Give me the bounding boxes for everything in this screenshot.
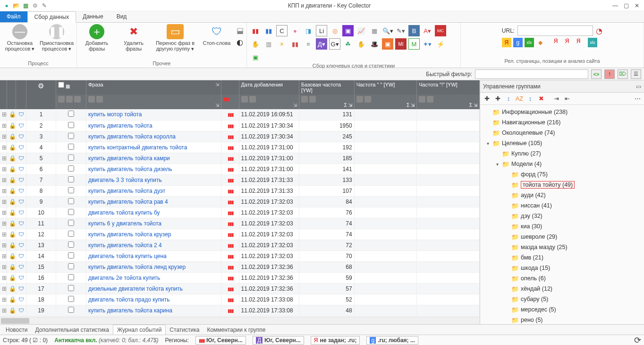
stripes-icon[interactable]: ≡ bbox=[303, 38, 314, 50]
cards-icon[interactable]: ▮▮ bbox=[289, 38, 301, 50]
tree-twisty-icon[interactable]: ▾ bbox=[494, 162, 500, 167]
expand-icon[interactable]: ⊞ bbox=[0, 153, 7, 164]
misc-icon[interactable]: ▥ bbox=[263, 38, 274, 50]
row-checkbox-cell[interactable] bbox=[56, 185, 86, 196]
vk-icon[interactable]: В bbox=[408, 25, 420, 36]
tab-file[interactable]: Файл bbox=[0, 11, 27, 22]
purple-box-icon[interactable]: ▣ bbox=[342, 25, 354, 36]
tab-collect[interactable]: Сбор данных bbox=[27, 11, 76, 23]
wand-icon[interactable]: ✎ bbox=[41, 2, 48, 9]
bars-cell[interactable] bbox=[221, 240, 239, 250]
row-checkbox-cell[interactable] bbox=[56, 109, 86, 120]
expand-icon[interactable]: ⊞ bbox=[0, 240, 7, 250]
tree-twisty-icon[interactable]: ▾ bbox=[485, 141, 491, 146]
table-row[interactable]: ⊞🔒🛡8купить двигатель тойота дуэт11.02.20… bbox=[0, 185, 480, 196]
tree-node[interactable]: 📁форд (75) bbox=[482, 169, 642, 180]
col-freqexcl-header[interactable]: Частота "!" [YW] bbox=[417, 80, 480, 95]
row-checkbox[interactable] bbox=[68, 111, 74, 117]
table-row[interactable]: ⊞🔒🛡17дизельные двигатели тойота купить11… bbox=[0, 283, 480, 294]
phrase-cell[interactable]: купить двигатель тойота дуэт bbox=[86, 185, 221, 196]
search-icon[interactable]: 🔍▾ bbox=[382, 25, 393, 36]
bars-cell[interactable] bbox=[221, 283, 239, 294]
add-phrases-button[interactable]: ＋Добавить фразы bbox=[80, 24, 114, 52]
maximize-button[interactable]: ▢ bbox=[624, 2, 629, 9]
table-row[interactable]: ⊞🔒🛡1купить мотор тойота11.02.2019 16:09:… bbox=[0, 109, 480, 120]
table-row[interactable]: ⊞🔒🛡15купить двигатель тойота ленд крузер… bbox=[0, 261, 480, 272]
phrase-cell[interactable]: купить 6 у двигатель тойота bbox=[86, 218, 221, 229]
phrase-cell[interactable]: двигатель тойота купить цена bbox=[86, 250, 221, 261]
phrase-cell[interactable]: двигатель тойота купить бу bbox=[86, 207, 221, 218]
bolt-icon[interactable]: ⚡ bbox=[435, 38, 446, 50]
filter-toggle-icon[interactable]: ⬓ bbox=[237, 26, 244, 35]
yandex-icon[interactable]: Я bbox=[502, 38, 511, 47]
table-row[interactable]: ⊞🔒🛡13купить двигатель тойота 2 411.02.20… bbox=[0, 240, 480, 250]
grid-body[interactable]: ⊞🔒🛡1купить мотор тойота11.02.2019 16:09:… bbox=[0, 109, 480, 317]
delete-phrases-button[interactable]: ✖Удалить фразы bbox=[117, 24, 151, 52]
col-phrase-header[interactable]: Фраза⇲ bbox=[86, 80, 221, 95]
table-row[interactable]: ⊞🔒🛡3купить двигатель тойота королла11.02… bbox=[0, 131, 480, 142]
row-checkbox-cell[interactable] bbox=[56, 174, 86, 185]
palette-icon[interactable]: ● bbox=[289, 25, 301, 36]
col-freqquote-header[interactable]: Частота " " [YW] bbox=[354, 80, 417, 95]
table-row[interactable]: ⊞🔒🛡4купить контрактный двигатель тойота1… bbox=[0, 142, 480, 153]
leaf-icon[interactable]: ☘ bbox=[342, 38, 354, 50]
diamond-icon[interactable]: ◆ bbox=[536, 38, 545, 47]
phrase-cell[interactable]: двигатель 3 3 тойота купить bbox=[86, 174, 221, 185]
region-chip-1[interactable]: Юг, Северн... bbox=[195, 336, 246, 345]
bars-red-icon[interactable]: ▮▮ bbox=[250, 25, 261, 36]
table-row[interactable]: ⊞🔒🛡14двигатель тойота купить цена11.02.2… bbox=[0, 250, 480, 261]
bottom-tab-comments[interactable]: Комментарии к группе bbox=[203, 325, 269, 335]
move-in-icon[interactable]: ⇥ bbox=[551, 94, 561, 104]
bottom-tab-stat[interactable]: Статистика bbox=[166, 325, 203, 335]
bars-cell[interactable] bbox=[221, 250, 239, 261]
expand-icon[interactable]: ⊞ bbox=[0, 261, 7, 272]
xls1-icon[interactable]: xls bbox=[525, 38, 534, 47]
phrase-cell[interactable]: купить двигатель тойота 2 4 bbox=[86, 240, 221, 250]
tree-node[interactable]: 📁шевроле (29) bbox=[482, 232, 642, 242]
expand-icon[interactable]: ⊞ bbox=[0, 229, 7, 240]
filter-clear-button[interactable]: ⌦ bbox=[618, 69, 628, 79]
phrase-cell[interactable]: купить двигатель тойота королла bbox=[86, 131, 221, 142]
filter-apply-button[interactable]: <> bbox=[591, 69, 602, 79]
row-checkbox-cell[interactable] bbox=[56, 218, 86, 229]
bars-cell[interactable] bbox=[221, 174, 239, 185]
row-checkbox-cell[interactable] bbox=[56, 153, 86, 164]
expand-icon[interactable]: ⊞ bbox=[0, 120, 7, 131]
region-chip-3[interactable]: Яне задан; .ru; bbox=[311, 336, 360, 345]
tree-node[interactable]: 📁Информационные (238) bbox=[482, 107, 642, 117]
bars-cell[interactable] bbox=[221, 120, 239, 131]
expand-icon[interactable]: ⊞ bbox=[0, 272, 7, 283]
expand-icon[interactable]: ⊞ bbox=[0, 305, 7, 316]
table-row[interactable]: ⊞🔒🛡7двигатель 3 3 тойота купить11.02.201… bbox=[0, 174, 480, 185]
table-row[interactable]: ⊞🔒🛡11купить 6 у двигатель тойота11.02.20… bbox=[0, 218, 480, 229]
expand-icon[interactable]: ⊞ bbox=[0, 250, 7, 261]
google-c-icon[interactable]: C bbox=[276, 25, 288, 36]
phrase-cell[interactable]: купить двигатель тойота ленд крузер bbox=[86, 261, 221, 272]
row-checkbox-cell[interactable] bbox=[56, 164, 86, 174]
table-row[interactable]: ⊞🔒🛡6купить двигатель тойота дизель11.02.… bbox=[0, 164, 480, 174]
phrase-cell[interactable]: купить двигатель тойота камри bbox=[86, 153, 221, 164]
expand-icon[interactable]: ⊞ bbox=[0, 218, 7, 229]
panel-pin-icon[interactable]: ▭ bbox=[636, 83, 641, 90]
row-checkbox-cell[interactable] bbox=[56, 196, 86, 207]
region-chip-2[interactable]: ДЮг, Северн... bbox=[253, 336, 304, 345]
groups-tree[interactable]: 📁Информационные (238)📁Навигационные (216… bbox=[480, 105, 644, 324]
select-all-checkbox[interactable] bbox=[58, 82, 64, 88]
li-icon[interactable]: Li bbox=[316, 25, 327, 36]
d-icon[interactable]: Д▾ bbox=[316, 38, 327, 50]
expand-icon[interactable]: ⊞ bbox=[0, 294, 7, 305]
row-checkbox-cell[interactable] bbox=[56, 294, 86, 305]
gear-icon[interactable]: ⚙ bbox=[31, 2, 39, 9]
phrase-cell[interactable]: купить двигатель тойота дизель bbox=[86, 164, 221, 174]
row-checkbox-cell[interactable] bbox=[56, 250, 86, 261]
bottom-tab-journal[interactable]: Журнал событий bbox=[113, 325, 166, 335]
tree-node[interactable]: 📁мерседес (5) bbox=[482, 304, 642, 315]
m-icon[interactable]: M bbox=[408, 38, 420, 50]
tool-icon[interactable]: ✎▾ bbox=[395, 25, 407, 36]
phrase-cell[interactable]: двигатель тойота прадо купить bbox=[86, 294, 221, 305]
tree-node[interactable]: 📁субару (5) bbox=[482, 294, 642, 304]
row-checkbox[interactable] bbox=[68, 187, 74, 193]
tree-node[interactable]: 📁мазда мазду (25) bbox=[482, 242, 642, 252]
bars-header-icon[interactable] bbox=[223, 96, 229, 102]
sort-asc-icon[interactable]: ↕ bbox=[504, 94, 513, 104]
